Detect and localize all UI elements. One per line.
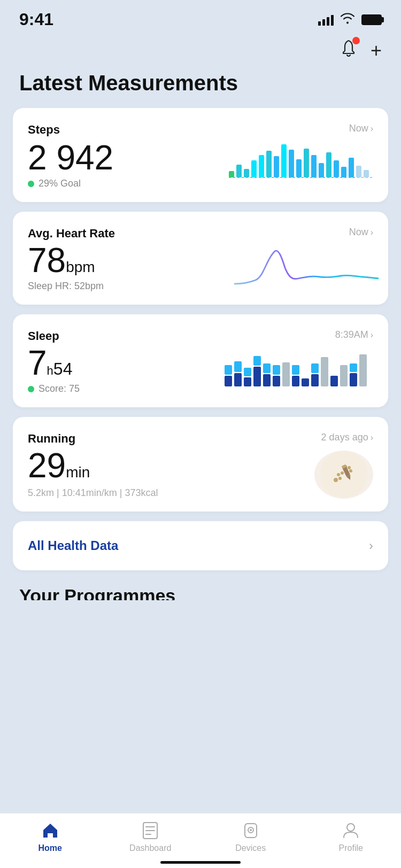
running-value-row: 29min 5.2km | 10:41min/km | 373kcal	[28, 448, 373, 498]
running-chevron-icon: ›	[371, 433, 373, 443]
hr-card-header: Avg. Heart Rate Now ›	[28, 227, 373, 241]
svg-rect-44	[359, 354, 367, 386]
svg-rect-31	[273, 376, 280, 386]
svg-rect-28	[253, 356, 261, 366]
nav-devices[interactable]: Devices	[200, 821, 301, 853]
svg-rect-11	[304, 149, 309, 177]
running-map	[314, 451, 373, 499]
svg-rect-19	[364, 170, 369, 177]
svg-rect-39	[321, 357, 328, 386]
svg-rect-37	[311, 374, 319, 386]
svg-rect-18	[356, 166, 361, 177]
sleep-time: 8:39AM ›	[335, 329, 373, 340]
svg-rect-16	[341, 167, 346, 177]
svg-rect-22	[225, 365, 232, 375]
svg-point-49	[341, 471, 344, 475]
svg-rect-41	[340, 365, 348, 386]
svg-point-51	[349, 469, 352, 472]
nav-profile[interactable]: Profile	[301, 821, 402, 853]
svg-rect-17	[349, 158, 354, 177]
svg-rect-10	[296, 159, 302, 177]
all-health-button[interactable]: All Health Data ›	[13, 521, 388, 570]
add-button[interactable]: +	[371, 41, 382, 60]
nav-home[interactable]: Home	[0, 821, 101, 853]
svg-rect-5	[259, 155, 264, 177]
sleep-chevron-icon: ›	[371, 330, 373, 340]
home-indicator	[160, 861, 241, 864]
svg-rect-27	[253, 367, 261, 386]
notification-bell-button[interactable]	[340, 39, 358, 63]
cards-container: Steps Now › 2 942 29% Goal	[0, 108, 401, 511]
svg-rect-12	[311, 155, 317, 177]
devices-icon	[240, 821, 261, 840]
notification-badge	[352, 37, 360, 44]
status-time: 9:41	[19, 10, 53, 29]
svg-rect-32	[273, 365, 280, 375]
svg-rect-2	[236, 165, 242, 177]
svg-point-48	[337, 473, 340, 476]
steps-goal-dot	[28, 181, 34, 187]
svg-rect-30	[263, 363, 271, 373]
page-title: Latest Measurements	[0, 69, 401, 108]
bell-icon	[340, 42, 358, 62]
hr-chart	[234, 244, 373, 292]
svg-rect-43	[350, 363, 357, 372]
sleep-card-header: Sleep 8:39AM ›	[28, 329, 373, 343]
svg-rect-36	[302, 378, 309, 386]
heart-rate-card[interactable]: Avg. Heart Rate Now › 78bpm Sleep HR: 52…	[13, 212, 388, 305]
svg-rect-6	[266, 151, 272, 177]
svg-rect-33	[282, 362, 290, 386]
steps-left: 2 942 29% Goal	[28, 140, 229, 189]
sleep-score-dot	[28, 386, 34, 392]
svg-rect-29	[263, 374, 271, 386]
svg-rect-15	[334, 160, 339, 177]
svg-rect-4	[251, 160, 257, 177]
svg-rect-9	[289, 150, 294, 177]
sleep-left: 7h54 Score: 75	[28, 345, 223, 394]
svg-point-52	[348, 466, 351, 469]
svg-rect-34	[292, 376, 299, 386]
hr-subtitle: Sleep HR: 52bpm	[28, 281, 234, 292]
header: +	[0, 35, 401, 69]
svg-rect-35	[292, 365, 299, 375]
svg-point-45	[320, 451, 367, 498]
hr-value: 78bpm	[28, 243, 234, 278]
svg-point-63	[250, 829, 252, 831]
battery-icon	[361, 14, 382, 25]
sleep-title: Sleep	[28, 329, 59, 343]
hr-value-row: 78bpm Sleep HR: 52bpm	[28, 243, 373, 292]
svg-rect-40	[330, 376, 338, 386]
nav-dashboard-label: Dashboard	[129, 843, 171, 853]
steps-value-row: 2 942 29% Goal	[28, 139, 373, 189]
svg-rect-23	[234, 373, 242, 386]
steps-card[interactable]: Steps Now › 2 942 29% Goal	[13, 108, 388, 202]
status-bar: 9:41	[0, 0, 401, 35]
steps-value: 2 942	[28, 140, 229, 176]
steps-chart	[229, 139, 373, 189]
wifi-icon	[340, 12, 355, 27]
signal-icon	[318, 14, 334, 26]
nav-devices-label: Devices	[235, 843, 266, 853]
svg-point-47	[338, 477, 342, 480]
running-card[interactable]: Running 2 days ago › 29min 5.2km | 10:41…	[13, 417, 388, 511]
sleep-card[interactable]: Sleep 8:39AM › 7h54 Score: 75	[13, 314, 388, 407]
svg-rect-24	[234, 361, 242, 372]
steps-goal: 29% Goal	[28, 178, 229, 189]
dashboard-icon	[140, 821, 161, 840]
svg-rect-7	[274, 156, 279, 177]
svg-rect-26	[244, 368, 251, 376]
running-value: 29min	[28, 448, 314, 484]
steps-title: Steps	[28, 123, 60, 137]
svg-rect-38	[311, 363, 319, 373]
sleep-chart	[223, 346, 373, 394]
sleep-score: Score: 75	[28, 383, 223, 394]
nav-dashboard[interactable]: Dashboard	[101, 821, 201, 853]
programmes-section-title: Your Programmes	[0, 570, 401, 600]
hr-title: Avg. Heart Rate	[28, 227, 115, 241]
steps-chevron-icon: ›	[371, 124, 373, 134]
running-title: Running	[28, 432, 75, 446]
all-health-label: All Health Data	[28, 538, 118, 553]
svg-rect-8	[281, 144, 287, 177]
svg-rect-3	[244, 169, 249, 177]
hr-left: 78bpm Sleep HR: 52bpm	[28, 243, 234, 292]
